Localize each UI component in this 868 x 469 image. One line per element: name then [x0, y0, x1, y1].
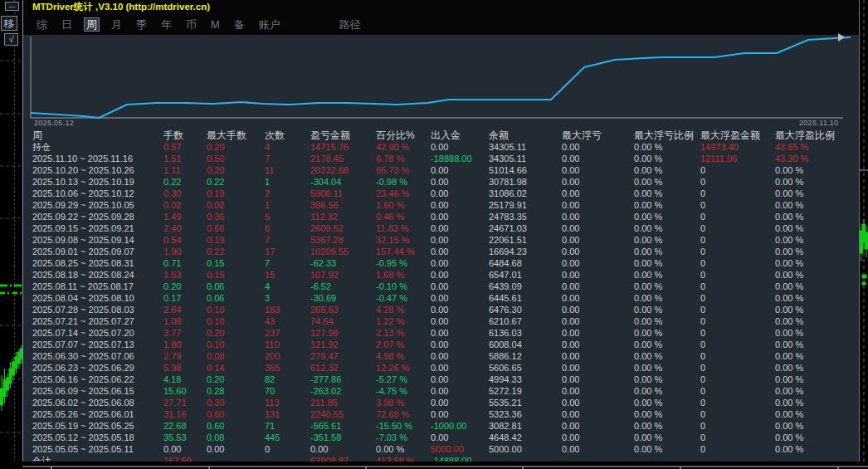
table-cell: 0.00 %	[634, 397, 700, 408]
menu-item-day[interactable]: 日	[59, 17, 75, 32]
table-cell: 0.00 %	[775, 234, 860, 246]
table-body: 持仓0.570.20414715.7642.90 %0.0034305.110.…	[23, 141, 860, 462]
table-row: 2025.05.12 ~ 2025.05.1835.530.08445-351.…	[23, 432, 860, 443]
table-cell: 43.30 %	[775, 153, 860, 164]
table-cell: 6445.61	[489, 292, 562, 304]
table-row: 2025.05.19 ~ 2025.05.2522.680.6071-565.6…	[23, 420, 860, 432]
table-cell: 2609.52	[310, 222, 376, 234]
column-header: 手数	[163, 129, 207, 141]
table-cell: 200	[265, 350, 310, 362]
table-cell: 0.08	[207, 350, 265, 362]
table-cell: 82	[265, 374, 310, 385]
table-cell: 0.30	[207, 397, 265, 408]
check-tool-button[interactable]: √	[4, 33, 18, 46]
table-cell: 42.90 %	[376, 141, 431, 153]
table-cell: 0.00 %	[634, 374, 700, 385]
table-cell: 0.00	[562, 350, 634, 362]
table-cell: 0	[700, 211, 775, 222]
table-cell: 0.00 %	[634, 199, 700, 211]
table-cell: 0.00	[431, 362, 489, 374]
move-tool-icon: 移	[4, 18, 15, 29]
row-label: 2025.06.23 ~ 2025.06.29	[32, 362, 163, 374]
table-cell: 0.00 %	[376, 443, 431, 455]
table-row: 2025.06.30 ~ 2025.07.062.790.08200279.47…	[23, 350, 860, 362]
table-cell: 0.00 %	[634, 443, 700, 455]
table-cell: 0.00 %	[775, 443, 860, 455]
table-row: 持仓0.570.20414715.7642.90 %0.0034305.110.…	[23, 141, 860, 153]
row-label: 2025.09.01 ~ 2025.09.07	[32, 246, 163, 257]
menu-item-summary[interactable]: 综	[34, 17, 50, 32]
table-cell: 4.18	[163, 374, 207, 385]
table-cell: 0.00 %	[775, 350, 860, 362]
table-row: 2025.05.05 ~ 2025.05.110.000.0000.000.00…	[23, 443, 860, 455]
table-cell: -18888.00	[431, 153, 489, 164]
table-cell: 113	[265, 397, 310, 408]
table-cell: 72.68 %	[376, 408, 431, 420]
table-cell: 0.00	[562, 339, 634, 350]
table-cell: 43.65 %	[775, 141, 860, 153]
table-cell: -0.98 %	[376, 176, 431, 188]
table-cell: 12.26 %	[376, 362, 431, 374]
table-cell: 11.83 %	[376, 222, 431, 234]
panel-titlebar[interactable]: MTDriver统计 ,V3.10 (http://mtdriver.cn)	[23, 0, 859, 14]
table-cell: 23.46 %	[376, 188, 431, 199]
table-cell: 2.13 %	[376, 327, 431, 339]
column-header: 最大浮盈比例	[775, 129, 860, 141]
menu-item-account[interactable]: 账户	[256, 17, 283, 32]
table-cell: 0.00 %	[634, 292, 700, 304]
menu-item-month[interactable]: 月	[109, 17, 124, 32]
row-label: 2025.06.09 ~ 2025.06.15	[32, 385, 163, 397]
menu-item-quarter[interactable]: 季	[134, 17, 149, 32]
table-cell: 35.53	[163, 432, 207, 443]
table-cell: 0.06	[207, 281, 265, 292]
row-label: 2025.07.21 ~ 2025.07.27	[32, 315, 163, 327]
table-cell: 0.20	[207, 141, 265, 153]
table-cell: 0.10	[207, 339, 265, 350]
table-cell: 0.00	[562, 199, 634, 211]
table-cell: 0.30	[163, 188, 207, 199]
table-cell: 5323.36	[489, 408, 562, 420]
row-label: 2025.06.30 ~ 2025.07.06	[32, 350, 163, 362]
menu-item-currency[interactable]: 币	[183, 17, 199, 32]
table-cell: 10209.55	[310, 246, 376, 257]
table-cell: 0	[700, 281, 775, 292]
table-cell: 0.00	[562, 269, 634, 281]
table-cell: 0.00 %	[775, 304, 860, 315]
table-cell: 0.00 %	[634, 211, 700, 222]
table-cell: 0.00	[431, 315, 489, 327]
menu-item-path[interactable]: 路径	[337, 17, 363, 32]
table-cell: 2.64	[163, 304, 207, 315]
table-cell: 0.00 %	[775, 362, 860, 374]
table-cell: 121.92	[310, 339, 376, 350]
table-cell: 396.56	[310, 199, 376, 211]
menu-item-backup[interactable]: 备	[232, 17, 247, 32]
table-cell: 0.00	[431, 408, 489, 420]
minimize-button[interactable]: —	[5, 2, 19, 11]
table-cell: 0.00 %	[775, 432, 860, 443]
row-label: 2025.09.22 ~ 2025.09.28	[32, 211, 163, 222]
menu-item-week[interactable]: 周	[84, 17, 100, 32]
table-cell: 31086.02	[489, 188, 562, 199]
table-cell: 15.60	[163, 385, 207, 397]
right-strip-decor	[860, 0, 868, 469]
table-cell: 0.00	[431, 350, 489, 362]
table-cell: 0.00	[431, 304, 489, 315]
table-cell: 0.00 %	[634, 234, 700, 246]
line-end-arrow-icon	[838, 33, 845, 42]
table-cell: 1.22 %	[376, 315, 431, 327]
table-cell: 0.00	[431, 432, 489, 443]
table-cell: 2	[265, 188, 310, 199]
table-cell: 0.60	[207, 420, 265, 432]
background-chart-left-strip: — 移 √	[0, 0, 22, 469]
menu-item-year[interactable]: 年	[158, 17, 174, 32]
table-cell: 0.00 %	[775, 420, 860, 432]
table-cell: 107.92	[310, 269, 376, 281]
table-cell: 0	[700, 397, 775, 408]
table-cell: 279.47	[310, 350, 376, 362]
menu-item-m[interactable]: M	[208, 17, 222, 32]
move-tool-button[interactable]: 移	[1, 16, 17, 31]
table-cell: 6.78 %	[376, 153, 431, 164]
table-cell: 0.00 %	[634, 141, 700, 153]
table-row: 2025.06.09 ~ 2025.06.1515.600.2870-263.0…	[23, 385, 860, 397]
table-row: 2025.08.11 ~ 2025.08.170.200.064-6.52-0.…	[23, 281, 860, 292]
